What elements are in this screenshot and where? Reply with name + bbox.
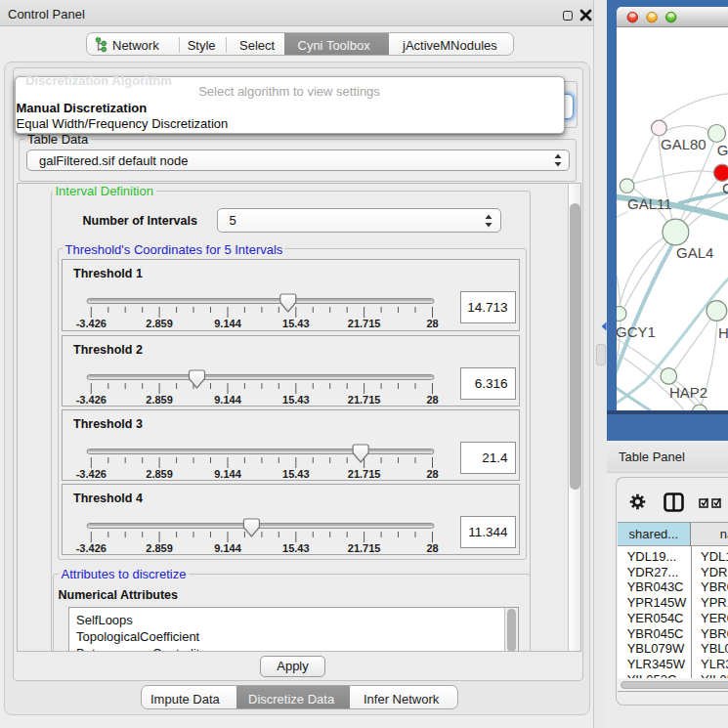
svg-text:9.144: 9.144 xyxy=(214,467,241,479)
svg-text:GAL80: GAL80 xyxy=(661,136,707,152)
svg-text:-3.426: -3.426 xyxy=(76,467,107,479)
svg-text:-3.426: -3.426 xyxy=(76,318,107,329)
svg-text:9.144: 9.144 xyxy=(214,541,241,553)
svg-text:15.43: 15.43 xyxy=(282,318,310,329)
svg-text:GAL11: GAL11 xyxy=(627,194,672,211)
svg-text:2.859: 2.859 xyxy=(146,318,173,329)
svg-text:2.859: 2.859 xyxy=(146,467,173,479)
svg-text:GCY1: GCY1 xyxy=(617,322,656,339)
svg-text:21.715: 21.715 xyxy=(348,393,381,405)
svg-text:-3.426: -3.426 xyxy=(76,393,107,405)
svg-text:GAL4: GAL4 xyxy=(676,243,713,260)
svg-text:2.859: 2.859 xyxy=(146,541,173,553)
svg-text:9.144: 9.144 xyxy=(214,393,241,405)
svg-text:21.715: 21.715 xyxy=(348,467,381,479)
svg-text:CYC8: CYC8 xyxy=(722,180,728,196)
svg-text:2.859: 2.859 xyxy=(146,393,173,405)
svg-text:21.715: 21.715 xyxy=(348,318,381,329)
svg-text:28: 28 xyxy=(426,318,438,329)
svg-text:21.715: 21.715 xyxy=(348,541,381,553)
svg-text:GAL3: GAL3 xyxy=(717,141,728,157)
svg-text:HAP2: HAP2 xyxy=(669,383,707,400)
svg-text:15.43: 15.43 xyxy=(282,393,310,405)
svg-text:15.43: 15.43 xyxy=(282,541,310,553)
svg-text:28: 28 xyxy=(426,393,438,405)
svg-text:15.43: 15.43 xyxy=(282,467,310,479)
svg-text:28: 28 xyxy=(426,467,438,479)
svg-text:HIS4: HIS4 xyxy=(718,323,728,340)
svg-text:9.144: 9.144 xyxy=(214,318,241,329)
svg-text:28: 28 xyxy=(426,541,438,553)
svg-text:-3.426: -3.426 xyxy=(76,541,107,553)
